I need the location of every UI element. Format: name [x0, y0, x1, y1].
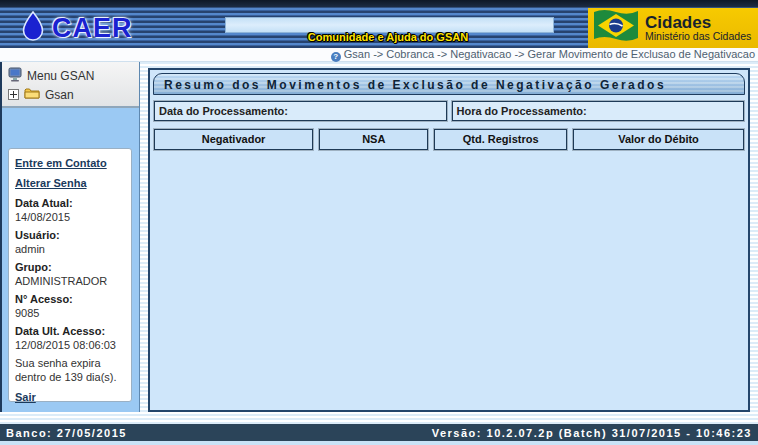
column-header-valor-debito: Valor do Débito [573, 129, 744, 150]
column-header-qtd-registros: Qtd. Registros [434, 129, 567, 150]
results-table-header: Negativador NSA Qtd. Registros Valor do … [153, 129, 745, 150]
top-dark-bar [0, 0, 758, 8]
tree-expand-icon[interactable] [8, 89, 19, 100]
info-value: ADMINISTRADOR [15, 274, 125, 288]
help-icon[interactable]: ? [331, 52, 341, 62]
info-label: N° Acesso: [15, 292, 125, 306]
session-info-box: Entre em Contato Alterar Senha Data Atua… [8, 148, 132, 402]
info-group: Grupo: ADMINISTRADOR [15, 260, 125, 288]
caer-logo-text: CAER [52, 13, 133, 44]
folder-icon [24, 87, 40, 102]
panel-title: Resumo dos Movimentos de Exclusão de Neg… [153, 73, 745, 95]
column-header-nsa: NSA [319, 129, 428, 150]
change-password-link[interactable]: Alterar Senha [15, 176, 125, 190]
info-value: 12/08/2015 08:06:03 [15, 338, 125, 352]
info-label: Usuário: [15, 228, 125, 242]
info-last-access: Data Ult. Acesso: 12/08/2015 08:06:03 [15, 324, 125, 352]
menu-gsan-label: Menu GSAN [27, 69, 94, 83]
info-value: 14/08/2015 [15, 210, 125, 224]
info-value: admin [15, 242, 125, 256]
water-drop-icon [20, 11, 46, 45]
info-label: Data Ult. Acesso: [15, 324, 125, 338]
bottom-strip [0, 441, 758, 445]
cidades-logo-box: Cidades Ministério das Cidades [588, 8, 758, 48]
tree-node-gsan[interactable]: Gsan [8, 85, 139, 104]
info-value: 9085 [15, 306, 125, 320]
processing-date-label: Data do Processamento: [159, 105, 288, 117]
sidebar: Menu GSAN Gsan Entre em Contato Alterar … [0, 62, 140, 412]
column-header-negativador: Negativador [154, 129, 313, 150]
brazil-flag-icon [593, 10, 639, 46]
info-access-number: N° Acesso: 9085 [15, 292, 125, 320]
footer-bar: Banco: 27/05/2015 Versão: 10.2.07.2p (Ba… [0, 424, 758, 441]
footer-version: Versão: 10.2.07.2p (Batch) 31/07/2015 - … [432, 427, 752, 439]
community-help-link[interactable]: Comunidade e Ajuda do GSAN [228, 31, 548, 43]
caer-logo: CAER [20, 11, 133, 45]
footer-bank-date: Banco: 27/05/2015 [6, 427, 127, 439]
breadcrumb: ?Gsan -> Cobranca -> Negativacao -> Gera… [0, 48, 758, 62]
processing-date-field: Data do Processamento: [154, 101, 447, 121]
cidades-subtitle: Ministério das Cidades [645, 31, 751, 42]
tree-root-label[interactable]: Gsan [45, 88, 74, 102]
processing-time-field: Hora do Processamento: [452, 101, 745, 121]
cidades-title: Cidades [645, 14, 751, 32]
main-panel: Resumo dos Movimentos de Exclusão de Neg… [148, 68, 750, 412]
computer-icon [8, 67, 22, 85]
processing-time-label: Hora do Processamento: [457, 105, 587, 117]
info-label: Data Atual: [15, 196, 125, 210]
info-user: Usuário: admin [15, 228, 125, 256]
processing-fields-row: Data do Processamento: Hora do Processam… [153, 101, 745, 121]
menu-tree-box: Menu GSAN Gsan [2, 62, 139, 108]
contact-link[interactable]: Entre em Contato [15, 156, 125, 170]
breadcrumb-path: Gsan -> Cobranca -> Negativacao -> Gerar… [344, 48, 755, 60]
logout-link[interactable]: Sair [15, 390, 125, 404]
info-label: Grupo: [15, 260, 125, 274]
info-current-date: Data Atual: 14/08/2015 [15, 196, 125, 224]
menu-gsan-header: Menu GSAN [8, 66, 139, 85]
password-expiry-notice: Sua senha expira dentro de 139 dia(s). [15, 356, 125, 384]
cidades-text-block: Cidades Ministério das Cidades [645, 14, 751, 43]
